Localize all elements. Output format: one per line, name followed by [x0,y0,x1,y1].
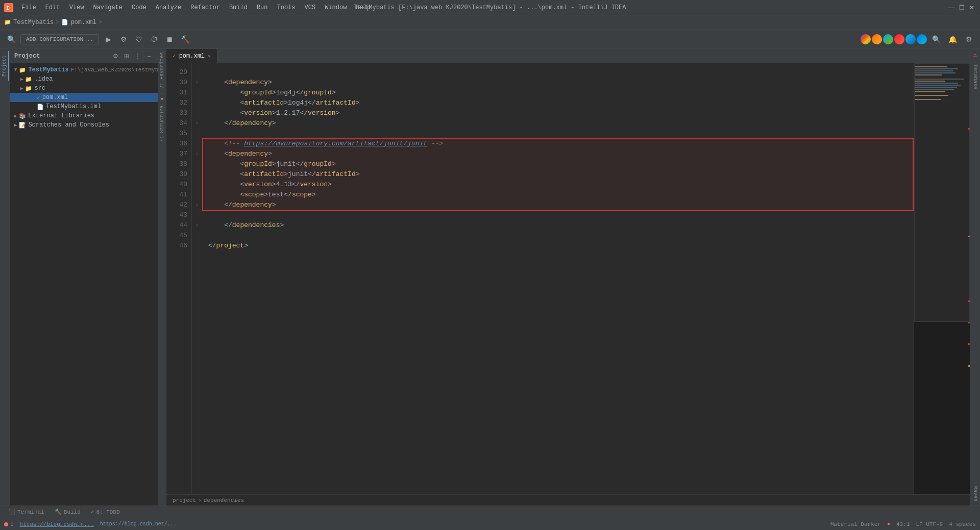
build-icon: 🔨 [55,509,62,515]
search-everywhere-button[interactable]: 🔍 [4,32,18,46]
gutter-item-43 [192,210,202,220]
todo-tab[interactable]: ✓ 6: TODO [87,508,124,516]
pom-file-icon: ✓ [37,94,40,101]
tree-scratches[interactable]: ▶ 📝 Scratches and Consoles [10,120,158,130]
editor-tabs: ✓ pom.xml ✕ [166,49,970,63]
notifications-button[interactable]: 🔔 [945,32,960,46]
panel-more-button[interactable]: ⋮ [133,52,142,61]
terminal-tab[interactable]: ⬛ Terminal [4,508,48,516]
extlibs-folder-icon: 📚 [19,113,26,119]
maven-tab[interactable]: Maven [971,482,979,506]
edge-new-icon[interactable] [917,34,927,44]
firefox-icon[interactable] [872,34,882,44]
gutter-item-44: ○ [192,220,202,231]
tree-root[interactable]: ▼ 📁 TestMybatis F:\java_web_KJ2020\TestM… [10,65,158,74]
code-line-46[interactable]: </project> [208,241,908,251]
status-right: Material Darker ● 43:1 LF UTF-8 4 spaces [830,521,976,527]
structure-tab[interactable]: 7: Structure [158,103,166,145]
panel-settings-button[interactable]: ⚙ [111,52,120,61]
code-line-30[interactable]: <dependency> [208,78,908,88]
line-endings[interactable]: LF UTF-8 [916,521,943,527]
minimap[interactable] [914,63,970,494]
menu-run[interactable]: Run [253,3,272,12]
build-tab[interactable]: 🔨 Build [51,508,85,516]
code-line-45[interactable] [208,231,908,241]
menu-view[interactable]: View [65,3,88,12]
code-line-43[interactable] [208,210,908,220]
tree-pom-xml[interactable]: ✓ pom.xml [10,93,158,102]
tree-external-libs[interactable]: ▶ 📚 External Libraries [10,111,158,120]
tab-close-button[interactable]: ✕ [208,53,211,59]
code-line-33[interactable]: <version>1.2.17</version> [208,108,908,118]
run-button[interactable]: ▶ [101,32,115,46]
panel-expand-button[interactable]: ⊞ [122,52,131,61]
status-link[interactable]: https://blog.csdn.n... [20,521,94,527]
code-line-31[interactable]: <groupId>log4j</groupId> [208,88,908,98]
code-line-35[interactable] [208,129,908,139]
cursor-position[interactable]: 43:1 [896,521,910,527]
opera-icon[interactable] [894,34,904,44]
edge-icon[interactable] [883,34,893,44]
code-line-29[interactable] [208,67,908,78]
project-tab[interactable]: Project [1,51,9,81]
code-line-37[interactable]: <dependency> [208,149,908,159]
line-number-33: 33 [166,108,191,118]
breadcrumb-file[interactable]: pom.xml [70,19,96,26]
tree-idea[interactable]: ▶ 📁 .idea [10,74,158,84]
search-button[interactable]: 🔍 [929,32,943,46]
tree-iml[interactable]: 📄 TestMybatis.iml [10,102,158,111]
code-line-36[interactable]: <!-- https://mvnrepository.com/artifact/… [208,139,908,149]
menu-vcs[interactable]: VCS [301,3,320,12]
breadcrumb-project[interactable]: 📁 TestMybatis [4,19,54,26]
maximize-button[interactable]: ❐ [958,4,966,12]
menu-navigate[interactable]: Navigate [89,3,127,12]
panel-actions: ⚙ ⊞ ⋮ – [111,52,154,61]
chrome-icon[interactable] [861,34,871,44]
code-line-34[interactable]: </dependency> [208,118,908,129]
database-tab[interactable]: Database [971,61,979,93]
code-line-40[interactable]: <version>4.13</version> [208,180,908,190]
stop-button[interactable]: ⏹ [162,32,177,46]
menu-build[interactable]: Build [225,3,252,12]
breadcrumb-project-path[interactable]: project [173,497,196,503]
url-link[interactable]: https://mvnrepository.com/artifact/junit… [244,139,427,149]
coverage-button[interactable]: 🛡 [132,32,146,46]
breadcrumb-sep1: > [56,19,59,26]
code-line-38[interactable]: <groupId>junit</groupId> [208,159,908,169]
line-numbers: 293031323334353637383940414243444546 [166,63,192,494]
error-icon[interactable]: ⚠ [972,49,978,61]
app-logo: I [4,3,13,12]
code-line-39[interactable]: <artifactId>junit</artifactId> [208,169,908,180]
line-number-32: 32 [166,98,191,108]
error-count: 1 [10,521,14,527]
minimize-button[interactable]: — [947,4,955,12]
tab-pom-xml[interactable]: ✓ pom.xml ✕ [166,49,217,63]
menu-refactor[interactable]: Refactor [186,3,224,12]
code-line-32[interactable]: <artifactId>log4j</artifactId> [208,98,908,108]
indent-label[interactable]: 4 spaces [949,521,976,527]
menu-code[interactable]: Code [128,3,151,12]
error-status[interactable]: 1 [4,521,14,527]
tree-src[interactable]: ▶ 📁 src [10,84,158,93]
menu-file[interactable]: File [17,3,40,12]
close-button[interactable]: ✕ [968,4,976,12]
menu-analyze[interactable]: Analyze [152,3,185,12]
debug-button[interactable]: ⚙ [116,32,131,46]
build-button[interactable]: 🔨 [178,32,192,46]
breadcrumb-dependencies[interactable]: dependencies [204,497,244,503]
code-line-44[interactable]: </dependencies> [208,220,908,231]
browser-icons [861,34,927,44]
code-line-41[interactable]: <scope>test</scope> [208,190,908,200]
title-bar: I File Edit View Navigate Code Analyze R… [0,0,980,15]
ie-icon[interactable] [905,34,916,44]
menu-tools[interactable]: Tools [273,3,300,12]
menu-window[interactable]: Window [321,3,351,12]
profile-button[interactable]: ⏱ [147,32,161,46]
settings-gear-button[interactable]: ⚙ [962,32,976,46]
favorites-tab[interactable]: 2: Favorites [158,49,166,92]
code-line-42[interactable]: </dependency> [208,200,908,210]
menu-edit[interactable]: Edit [41,3,64,12]
code-area[interactable]: <dependency> <groupId>log4j</groupId> <a… [202,63,914,494]
panel-minimize-button[interactable]: – [144,52,154,61]
add-configuration-button[interactable]: ADD CONFIGURATION... [20,34,99,44]
